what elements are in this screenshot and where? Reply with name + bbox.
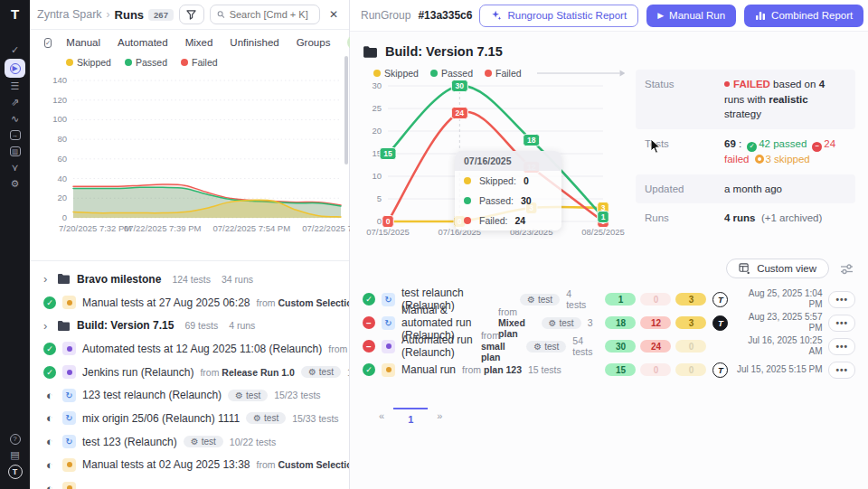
search-input[interactable] bbox=[230, 9, 313, 20]
close-search-icon[interactable]: ✕ bbox=[326, 8, 342, 21]
runs-play-icon: ▶ bbox=[10, 63, 21, 74]
app-logo: T bbox=[11, 7, 19, 21]
plans-list-icon: ☰ bbox=[11, 80, 20, 92]
run-name: mix origin 25/06 (Relaunch) 1111 bbox=[82, 412, 240, 425]
prev-page-button[interactable]: « bbox=[370, 407, 393, 425]
run-row[interactable]: ◐ ↻ test 123 (Relaunch) ⚙test 10/22 test… bbox=[30, 430, 349, 454]
filter-button[interactable] bbox=[179, 5, 204, 24]
svg-text:07/22/2025 7:39 PM: 07/22/2025 7:39 PM bbox=[124, 223, 202, 233]
row-menu-button[interactable]: ••• bbox=[828, 338, 855, 355]
gear-icon: ⚙ bbox=[253, 413, 261, 423]
tab-groups[interactable]: Groups bbox=[297, 37, 331, 48]
tests-label: Tests bbox=[645, 136, 724, 167]
run-row[interactable]: ✓ Manual tests at 27 Aug 2025 06:28 from… bbox=[30, 291, 349, 315]
search-box[interactable] bbox=[210, 5, 320, 24]
rail-item-settings[interactable]: ⚙ bbox=[5, 176, 25, 192]
select-runs-icon[interactable]: ✓ bbox=[44, 38, 52, 48]
analytics-chart-icon: ▥ bbox=[10, 146, 21, 156]
manual-run-button[interactable]: ▶ Manual Run bbox=[646, 5, 736, 27]
group-run-row[interactable]: ✓ Manual run from plan 123 15 tests 15 0… bbox=[363, 358, 855, 381]
rail-item-avatar[interactable]: T bbox=[5, 464, 25, 479]
breadcrumb-page[interactable]: Runs bbox=[115, 8, 145, 22]
rail-item-tests[interactable]: ✓ bbox=[5, 42, 25, 58]
folder-row-build-version[interactable]: › Build: Version 7.15 69 tests 4 runs bbox=[30, 314, 349, 337]
status-passed-icon: ✓ bbox=[363, 363, 375, 376]
run-date: Jul 16, 2025 10:25 AM bbox=[734, 335, 822, 357]
gear-icon: ⚙ bbox=[235, 390, 243, 400]
table-plus-icon bbox=[739, 263, 750, 274]
run-tag[interactable]: ⚙test bbox=[301, 366, 341, 378]
rail-item-help[interactable]: ? bbox=[5, 431, 25, 447]
run-row[interactable]: ✓ Jenkins run (Relaunch) from Release Ru… bbox=[30, 361, 349, 384]
result-badges: 30 24 0 bbox=[605, 340, 706, 353]
legend-skipped: Skipped bbox=[66, 57, 111, 68]
statistic-report-button[interactable]: Rungroup Statistic Report bbox=[479, 5, 638, 27]
run-tag[interactable]: ⚙test bbox=[184, 436, 223, 447]
expand-chevron-icon[interactable]: › bbox=[43, 319, 51, 333]
rungroup-title-row: Build: Version 7.15 bbox=[363, 44, 855, 59]
row-menu-button[interactable]: ••• bbox=[828, 362, 855, 379]
rail-item-plans[interactable]: ☰ bbox=[5, 79, 25, 94]
run-row[interactable]: ◐ ↻ mix origin 25/06 (Relaunch) 1111 ⚙te… bbox=[30, 407, 349, 430]
rail-item-runs[interactable]: ▶ bbox=[5, 59, 25, 78]
svg-text:07/22/2025 7:54 PM: 07/22/2025 7:54 PM bbox=[213, 223, 291, 233]
rail-item-pulse[interactable]: ∿ bbox=[5, 111, 25, 127]
run-tag[interactable]: ⚙test bbox=[542, 317, 581, 329]
view-settings-sliders-icon[interactable] bbox=[840, 263, 854, 275]
row-menu-button[interactable]: ••• bbox=[828, 315, 855, 332]
folder-row-bravo-milestone[interactable]: › Bravo milestone 124 tests 34 runs bbox=[30, 268, 349, 291]
runs-history-chart[interactable]: Skipped Passed Failed 140120100806040200… bbox=[30, 52, 349, 239]
group-trend-chart[interactable]: Skipped Passed Failed 30252015105007/15/… bbox=[363, 68, 625, 244]
search-icon bbox=[217, 10, 225, 19]
tab-automated[interactable]: Automated bbox=[118, 37, 168, 48]
run-tag[interactable]: ⚙test bbox=[520, 294, 560, 306]
run-row[interactable]: ◐ Manual tests at 02 Aug 2025 13:38 from… bbox=[30, 454, 349, 477]
skipped-badge: 3 bbox=[675, 316, 706, 329]
group-run-row[interactable]: − ↻ Manual & automated run (Relaunch) fr… bbox=[363, 311, 855, 334]
tooltip-skipped-row: Skipped:0 bbox=[455, 171, 561, 191]
tab-unfinished[interactable]: Unfinished bbox=[230, 37, 278, 48]
info-row-status: Status FAILED based on 4 runs with reali… bbox=[636, 70, 855, 129]
runs-panel-header: Zyntra Spark › Runs 267 ✕ bbox=[30, 0, 349, 30]
gear-icon: ⚙ bbox=[11, 178, 20, 190]
run-tag[interactable]: ⚙test bbox=[228, 390, 268, 401]
run-name: Automated tests at 12 Aug 2025 11:08 (Re… bbox=[82, 343, 322, 355]
breadcrumb: Zyntra Spark › Runs 267 bbox=[37, 8, 174, 22]
rail-item-docs[interactable]: ▤ bbox=[5, 447, 25, 463]
current-page-button[interactable]: 1 bbox=[393, 408, 428, 425]
runs-filter-tabs: ✓ Manual Automated Mixed Unfinished Grou… bbox=[30, 30, 349, 52]
tab-mixed[interactable]: Mixed bbox=[185, 37, 213, 48]
runner-avatar[interactable]: T bbox=[712, 315, 728, 331]
folder-tests-count: 124 tests bbox=[172, 274, 211, 285]
run-row-partial[interactable]: ◐ bbox=[30, 476, 349, 489]
run-row[interactable]: ✓ Automated tests at 12 Aug 2025 11:08 (… bbox=[30, 337, 349, 361]
next-page-button[interactable]: » bbox=[428, 407, 451, 425]
runner-avatar[interactable]: T bbox=[712, 362, 728, 378]
runner-avatar[interactable]: T bbox=[712, 292, 728, 307]
rail-item-branches[interactable]: ⋎ bbox=[5, 160, 25, 175]
run-name: Jenkins run (Relaunch) bbox=[82, 366, 193, 379]
run-tag[interactable]: ⚙test bbox=[526, 341, 566, 353]
area-chart-canvas[interactable]: 1401201008060402007/20/2025 7:32 PM07/22… bbox=[35, 68, 350, 236]
run-name: Manual tests at 27 Aug 2025 06:28 bbox=[82, 296, 250, 309]
play-icon: ▶ bbox=[657, 11, 664, 20]
svg-text:80: 80 bbox=[57, 134, 67, 144]
run-source: from Custom Selection bbox=[256, 459, 349, 470]
svg-text:10: 10 bbox=[372, 171, 382, 181]
rail-item-steps[interactable]: ⇗ bbox=[5, 95, 25, 110]
run-row[interactable]: ◐ ↻ 123 test relaunch (Relaunch) ⚙test 1… bbox=[30, 383, 349, 407]
tab-manual[interactable]: Manual bbox=[66, 37, 100, 48]
run-name: Automated run (Relaunch) bbox=[401, 334, 475, 359]
run-tag[interactable]: ⚙test bbox=[246, 412, 286, 424]
rail-item-import[interactable]: → bbox=[5, 127, 25, 143]
breadcrumb-project[interactable]: Zyntra Spark bbox=[37, 8, 102, 21]
run-tests-count: 3 bbox=[588, 317, 593, 328]
combined-report-button[interactable]: Combined Report bbox=[744, 5, 863, 27]
expand-chevron-icon[interactable]: › bbox=[43, 272, 51, 286]
left-panel-scrollbar[interactable] bbox=[344, 56, 348, 165]
group-run-row[interactable]: − Automated run (Relaunch) from small pl… bbox=[363, 334, 855, 358]
rail-item-analytics[interactable]: ▥ bbox=[5, 144, 25, 159]
status-passed-icon: ✓ bbox=[363, 293, 375, 306]
row-menu-button[interactable]: ••• bbox=[828, 291, 855, 308]
custom-view-button[interactable]: Custom view bbox=[726, 259, 829, 278]
